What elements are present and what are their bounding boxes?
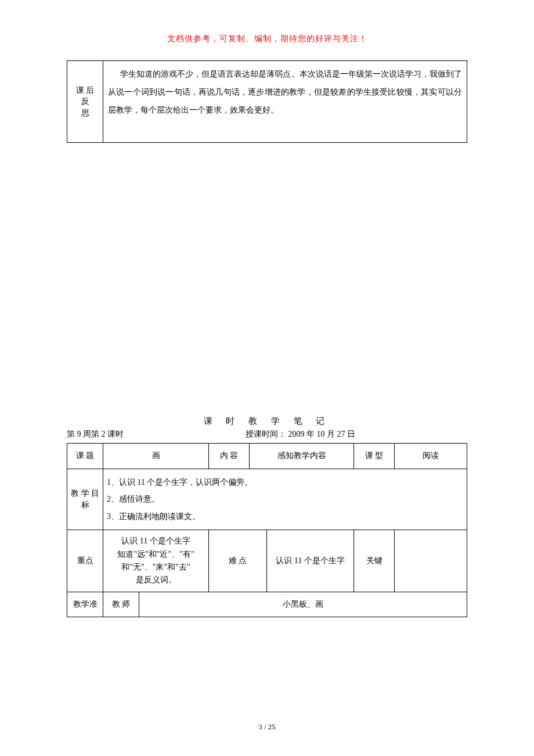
teach-time-value: 2009 年 10 月 27 日	[286, 430, 355, 438]
label-line2: 思	[81, 109, 89, 117]
section-title: 课 时 教 学 笔 记	[67, 416, 467, 427]
kp-line1: 认识 11 个是个生字	[107, 535, 205, 548]
content-label: 内 容	[209, 444, 250, 469]
reflection-row-label: 课 后 反 思	[67, 61, 103, 143]
table-row: 课 后 反 思 学生知道的游戏不少，但是语言表达却是薄弱点。本次说话是一年级第一…	[67, 61, 467, 143]
prep-label: 教学准	[67, 592, 103, 617]
goals-label-l2: 标	[81, 501, 89, 509]
label-line1: 课 后 反	[76, 86, 95, 106]
topic-value: 画	[103, 444, 209, 469]
key-label: 关键	[354, 530, 395, 592]
content-value: 感知教学内容	[250, 444, 354, 469]
goal-item-2: 2、感悟诗意。	[107, 491, 463, 507]
table-row: 重点 认识 11 个是个生字 知道"远"和"近"、"有" 和"无"、"来"和"去…	[67, 530, 467, 592]
goal-item-1: 1、认识 11 个是个生字，认识两个偏旁。	[107, 474, 463, 491]
difficulty-value: 认识 11 个是个生字	[267, 530, 354, 592]
kp-line3: 和"无"、"来"和"去"	[107, 561, 205, 574]
kp-line2: 知道"远"和"近"、"有"	[107, 548, 205, 561]
keypoint-label: 重点	[67, 530, 103, 592]
key-value	[395, 530, 467, 592]
goals-cell: 1、认识 11 个是个生字，认识两个偏旁。 2、感悟诗意。 3、正确流利地朗读课…	[103, 469, 467, 530]
meta-row: 第 9 周第 2 课时 授课时间： 2009 年 10 月 27 日	[67, 429, 467, 440]
difficulty-label: 难 点	[209, 530, 267, 592]
keypoint-value: 认识 11 个是个生字 知道"远"和"近"、"有" 和"无"、"来"和"去" 是…	[103, 530, 209, 592]
table-row: 教 学 目 标 1、认识 11 个是个生字，认识两个偏旁。 2、感悟诗意。 3、…	[67, 469, 467, 530]
kp-line4: 是反义词。	[107, 574, 205, 586]
week-period: 第 9 周第 2 课时	[67, 429, 124, 440]
teach-time: 授课时间： 2009 年 10 月 27 日	[246, 429, 355, 440]
goals-label: 教 学 目 标	[67, 469, 103, 530]
type-value: 阅读	[395, 444, 467, 469]
header-note: 文档供参考，可复制、编制，期待您的好评与关注！	[67, 34, 467, 44]
table-row: 教学准 教 师 小黑板、画	[67, 592, 467, 617]
goal-item-3: 3、正确流利地朗读课文。	[107, 508, 463, 525]
teach-time-label: 授课时间：	[246, 430, 286, 438]
reflection-text: 学生知道的游戏不少，但是语言表达却是薄弱点。本次说话是一年级第一次说话学习，我做…	[103, 61, 467, 143]
teacher-label: 教 师	[103, 592, 139, 617]
table-row: 课 题 画 内 容 感知教学内容 课 型 阅读	[67, 444, 467, 469]
goals-label-l1: 教 学 目	[71, 489, 99, 498]
lesson-table: 课 题 画 内 容 感知教学内容 课 型 阅读 教 学 目 标 1、认识 11 …	[67, 443, 467, 617]
document-page: 文档供参考，可复制、编制，期待您的好评与关注！ 课 后 反 思 学生知道的游戏不…	[0, 0, 534, 756]
topic-label: 课 题	[67, 444, 103, 469]
reflection-table: 课 后 反 思 学生知道的游戏不少，但是语言表达却是薄弱点。本次说话是一年级第一…	[67, 60, 467, 143]
teacher-value: 小黑板、画	[139, 592, 467, 617]
page-number: 3 / 25	[0, 722, 534, 732]
type-label: 课 型	[354, 444, 395, 469]
